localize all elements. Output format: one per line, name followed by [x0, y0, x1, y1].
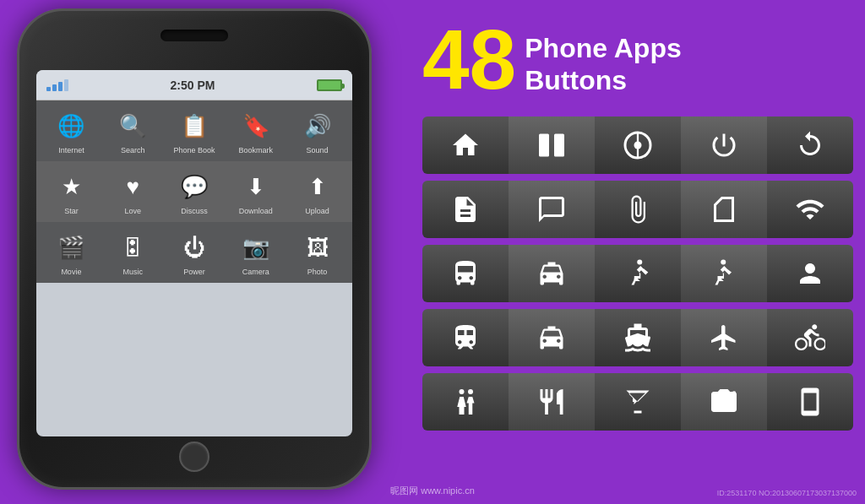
power-icon: ⏻ — [176, 229, 213, 266]
train-btn-icon — [450, 322, 481, 353]
svg-point-8 — [468, 389, 473, 394]
photo-icon: 🖼 — [299, 229, 336, 266]
phone-screen: 2:50 PM 🌐 Internet 🔍 Search 📋 Phone Book — [36, 70, 352, 436]
paperclip-btn-icon — [623, 194, 653, 225]
signal-bar-4 — [64, 79, 68, 91]
cocktail-btn-icon — [623, 387, 653, 417]
person-btn-icon — [795, 258, 825, 289]
app-upload[interactable]: ⬆ Upload — [289, 168, 346, 215]
app-phonebook[interactable]: 📋 Phone Book — [166, 107, 223, 154]
camera2-button-cell[interactable] — [681, 373, 767, 431]
cards-button-cell[interactable] — [509, 117, 595, 174]
bicycle-button-cell[interactable] — [767, 309, 853, 366]
button-strip-1 — [422, 117, 853, 174]
power-button-cell[interactable] — [681, 117, 767, 174]
title-number: 48 — [422, 17, 516, 101]
svg-point-5 — [637, 260, 642, 265]
phone2-btn-icon — [795, 387, 825, 417]
search-icon: 🔍 — [114, 107, 151, 144]
love-label: Love — [124, 207, 141, 215]
app-love[interactable]: ♥ Love — [104, 168, 161, 215]
internet-icon: 🌐 — [52, 107, 90, 144]
movie-icon: 🎬 — [52, 229, 90, 266]
note-button-cell[interactable] — [509, 181, 595, 238]
love-icon: ♥ — [114, 168, 151, 205]
status-bar: 2:50 PM — [36, 70, 352, 100]
button-strip-4 — [422, 309, 853, 366]
book-btn-icon — [709, 194, 739, 225]
restroom-btn-icon — [450, 387, 481, 417]
app-sound[interactable]: 🔊 Sound — [289, 107, 346, 154]
app-bookmark[interactable]: 🔖 Bookmark — [227, 107, 285, 154]
app-discuss[interactable]: 💬 Discuss — [166, 168, 223, 215]
signal-bar-1 — [46, 87, 51, 91]
cards-btn-icon — [536, 130, 567, 160]
home-button[interactable] — [179, 442, 209, 472]
phone2-button-cell[interactable] — [767, 373, 853, 431]
home-btn-icon — [450, 130, 481, 160]
power-btn-icon — [709, 130, 739, 160]
running2-button-cell[interactable] — [681, 245, 767, 302]
ship-btn-icon — [623, 322, 653, 353]
svg-point-6 — [721, 260, 726, 265]
bookmark-icon: 🔖 — [237, 107, 275, 144]
discuss-icon: 💬 — [176, 168, 213, 205]
app-power[interactable]: ⏻ Power — [166, 229, 223, 276]
app-camera[interactable]: 📷 Camera — [227, 229, 285, 276]
bookmark-label: Bookmark — [239, 146, 274, 154]
refresh-btn-icon — [795, 130, 825, 160]
taxi-button-cell[interactable] — [509, 245, 595, 302]
document-btn-icon — [450, 194, 481, 225]
taxi-btn-icon — [536, 258, 567, 289]
restroom-button-cell[interactable] — [422, 373, 509, 431]
ship-button-cell[interactable] — [595, 309, 681, 366]
star-label: Star — [64, 207, 79, 215]
home-button-cell[interactable] — [422, 117, 509, 174]
discuss-label: Discuss — [181, 207, 208, 215]
car-button-cell[interactable] — [509, 309, 595, 366]
upload-icon: ⬆ — [299, 168, 336, 205]
app-download[interactable]: ⬇ Download — [227, 168, 285, 215]
bus-button-cell[interactable] — [422, 245, 509, 302]
note-btn-icon — [536, 194, 567, 225]
refresh-button-cell[interactable] — [767, 117, 853, 174]
app-star[interactable]: ★ Star — [42, 168, 100, 215]
signal-bar-2 — [52, 84, 57, 91]
camera-label: Camera — [242, 268, 269, 276]
app-internet[interactable]: 🌐 Internet — [42, 107, 100, 154]
bicycle-btn-icon — [795, 322, 825, 353]
fork-knife-button-cell[interactable] — [509, 373, 595, 431]
train-button-cell[interactable] — [422, 309, 509, 366]
wifi-btn-icon — [795, 194, 825, 225]
airplane-button-cell[interactable] — [681, 309, 767, 366]
clock: 2:50 PM — [171, 79, 215, 92]
signal-bars — [46, 79, 68, 91]
cd-button-cell[interactable] — [595, 117, 681, 174]
running-button-cell[interactable] — [595, 245, 681, 302]
app-movie[interactable]: 🎬 Movie — [42, 229, 100, 276]
fork-knife-btn-icon — [536, 387, 567, 417]
download-icon: ⬇ — [237, 168, 275, 205]
app-search[interactable]: 🔍 Search — [104, 107, 161, 154]
phone-speaker — [160, 30, 228, 41]
cocktail-button-cell[interactable] — [595, 373, 681, 431]
book-button-cell[interactable] — [681, 181, 767, 238]
cd-btn-icon — [623, 130, 653, 160]
button-strip-2 — [422, 181, 853, 238]
watermark-site: 昵图网 www.nipic.cn — [390, 485, 475, 497]
paperclip-button-cell[interactable] — [595, 181, 681, 238]
signal-bar-3 — [58, 82, 63, 91]
phonebook-label: Phone Book — [173, 146, 215, 154]
battery-indicator — [317, 79, 342, 91]
document-button-cell[interactable] — [422, 181, 509, 238]
phone-body: 2:50 PM 🌐 Internet 🔍 Search 📋 Phone Book — [17, 8, 372, 490]
app-photo[interactable]: 🖼 Photo — [289, 229, 346, 276]
watermark-id: ID:2531170 NO:20130607173037137000 — [717, 489, 857, 497]
wifi-button-cell[interactable] — [767, 181, 853, 238]
app-music[interactable]: 🎛 Music — [104, 229, 161, 276]
airplane-btn-icon — [709, 322, 739, 353]
person-button-cell[interactable] — [767, 245, 853, 302]
bus-btn-icon — [450, 258, 481, 289]
running2-btn-icon — [709, 258, 739, 289]
button-strip-3 — [422, 245, 853, 302]
